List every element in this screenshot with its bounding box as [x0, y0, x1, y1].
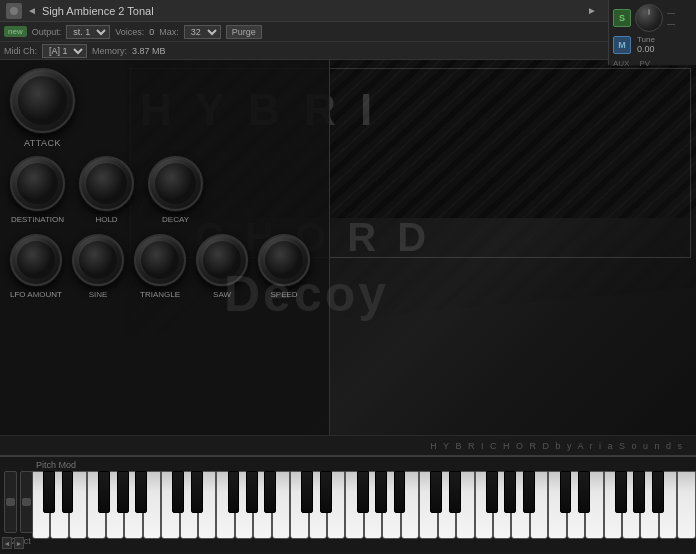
oct-right-button[interactable]: ► — [14, 537, 24, 549]
lfo-amount-group: LFO Amount — [10, 234, 62, 299]
row3: LFO Amount SINE TRIANGLE — [10, 234, 310, 299]
white-key[interactable] — [548, 471, 566, 539]
aux-label: AUX — [613, 59, 629, 68]
white-key[interactable] — [493, 471, 511, 539]
decay-knob[interactable] — [148, 156, 203, 211]
white-key[interactable] — [419, 471, 437, 539]
controls-container: Attack Destination Hold — [10, 68, 310, 299]
hold-group: Hold — [79, 156, 134, 224]
hold-label: Hold — [95, 215, 117, 224]
white-key[interactable] — [640, 471, 658, 539]
m-button[interactable]: M — [613, 36, 631, 54]
decay-group: Decay — [148, 156, 203, 224]
title-arrow-left[interactable]: ◄ — [27, 5, 37, 16]
oct-left-button[interactable]: ◄ — [2, 537, 12, 549]
speed-group: SPEED — [258, 234, 310, 299]
memory-label: Memory: — [92, 46, 127, 56]
white-key[interactable] — [511, 471, 529, 539]
white-key[interactable] — [622, 471, 640, 539]
white-key[interactable] — [456, 471, 474, 539]
lfo-amount-label: LFO Amount — [10, 290, 62, 299]
white-key[interactable] — [401, 471, 419, 539]
sine-group: SINE — [72, 234, 124, 299]
svg-point-0 — [10, 7, 18, 15]
instrument-title: Sigh Ambience 2 Tonal — [42, 5, 582, 17]
right-mini-controls: — — — [667, 8, 675, 28]
controls-bar: new Output: st. 1 Voices: 0 Max: 32 Purg… — [0, 22, 696, 42]
triangle-knob[interactable] — [134, 234, 186, 286]
new-badge: new — [4, 26, 27, 37]
saw-knob[interactable] — [196, 234, 248, 286]
white-key[interactable] — [677, 471, 695, 539]
tune-row: M Tune 0.00 — [613, 35, 692, 54]
sine-label: SINE — [89, 290, 108, 299]
white-key[interactable] — [124, 471, 142, 539]
pitch-slider-2[interactable] — [20, 471, 33, 533]
speed-knob[interactable] — [258, 234, 310, 286]
white-key[interactable] — [327, 471, 345, 539]
pitch-slider-1[interactable] — [4, 471, 17, 533]
white-key[interactable] — [272, 471, 290, 539]
info-bar: Midi Ch: [A] 1 Memory: 3.87 MB — [0, 42, 696, 60]
white-key[interactable] — [216, 471, 234, 539]
piano-keys — [32, 471, 696, 539]
saw-label: SAW — [213, 290, 231, 299]
midi-select[interactable]: [A] 1 — [42, 44, 87, 58]
white-key[interactable] — [309, 471, 327, 539]
decay-label: Decay — [162, 215, 189, 224]
white-key[interactable] — [567, 471, 585, 539]
midi-label: Midi Ch: — [4, 46, 37, 56]
white-key[interactable] — [253, 471, 271, 539]
title-arrow-right[interactable]: ► — [587, 5, 597, 16]
white-key[interactable] — [475, 471, 493, 539]
white-key[interactable] — [585, 471, 603, 539]
row2: Destination Hold Decay — [10, 156, 310, 224]
tune-knob-small[interactable] — [635, 4, 663, 32]
white-key[interactable] — [382, 471, 400, 539]
white-key[interactable] — [50, 471, 68, 539]
white-key[interactable] — [143, 471, 161, 539]
purge-button[interactable]: Purge — [226, 25, 262, 39]
pitch-bend-area — [4, 471, 33, 533]
oct-arrows: ◄ ► — [2, 537, 24, 549]
instrument-icon — [6, 3, 22, 19]
white-key[interactable] — [604, 471, 622, 539]
triangle-label: TRIANGLE — [140, 290, 180, 299]
white-key[interactable] — [364, 471, 382, 539]
white-key[interactable] — [290, 471, 308, 539]
max-select[interactable]: 32 — [184, 25, 221, 39]
lfo-amount-knob[interactable] — [10, 234, 62, 286]
attack-knob[interactable] — [10, 68, 75, 133]
white-key[interactable] — [659, 471, 677, 539]
app-container: ◄ Sigh Ambience 2 Tonal ► new Output: st… — [0, 0, 696, 554]
sine-knob[interactable] — [72, 234, 124, 286]
output-label: Output: — [32, 27, 62, 37]
tune-label: Tune — [637, 35, 655, 44]
white-key[interactable] — [198, 471, 216, 539]
white-key[interactable] — [345, 471, 363, 539]
piano-section: Pitch Mod — [0, 455, 696, 552]
white-key[interactable] — [180, 471, 198, 539]
hold-knob[interactable] — [79, 156, 134, 211]
attack-row: Attack — [10, 68, 310, 148]
white-key[interactable] — [87, 471, 105, 539]
white-key[interactable] — [161, 471, 179, 539]
aux-pv-row: AUX PV — [613, 57, 692, 68]
white-key[interactable] — [530, 471, 548, 539]
white-key[interactable] — [32, 471, 50, 539]
white-key[interactable] — [438, 471, 456, 539]
destination-knob[interactable] — [10, 156, 65, 211]
saw-group: SAW — [196, 234, 248, 299]
attack-label: Attack — [24, 138, 61, 148]
title-bar: ◄ Sigh Ambience 2 Tonal ► — [0, 0, 696, 22]
white-key[interactable] — [69, 471, 87, 539]
triangle-group: TRIANGLE — [134, 234, 186, 299]
white-key[interactable] — [235, 471, 253, 539]
white-key[interactable] — [106, 471, 124, 539]
s-button[interactable]: S — [613, 9, 631, 27]
voices-label: Voices: — [115, 27, 144, 37]
output-select[interactable]: st. 1 — [66, 25, 110, 39]
destination-group: Destination — [10, 156, 65, 224]
voices-value: 0 — [149, 27, 154, 37]
right-panel: S — — M Tune 0.00 AUX PV — [608, 0, 696, 65]
